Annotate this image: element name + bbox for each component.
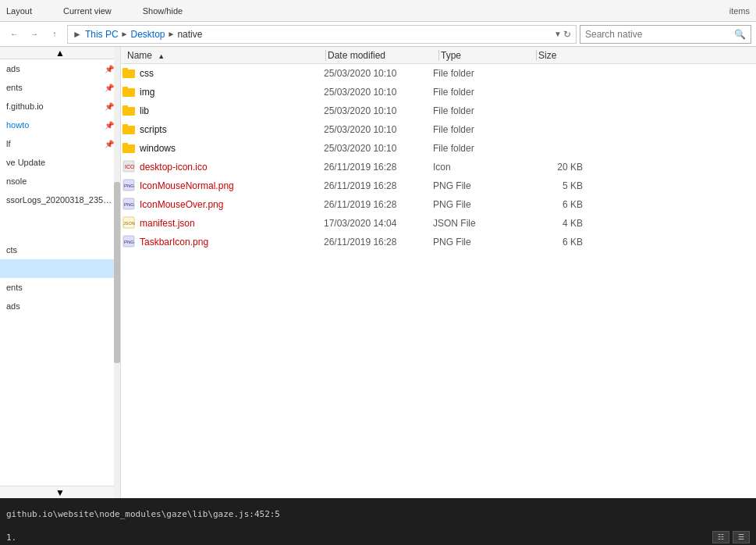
file-row-taskbar-icon[interactable]: PNG TaskbarIcon.png 26/11/2019 16:28 PNG… [121,233,756,251]
sidebar-item-label-3: howto [6,120,105,130]
breadcrumb-dropdown-btn[interactable]: ▼ [554,29,562,40]
sidebar-item-5[interactable]: ve Update [0,153,120,172]
file-list-header: Name ▲ Date modified Type Size [121,47,756,64]
folder-icon-lib [121,105,137,118]
ribbon-current-view-label: Current view [63,6,112,16]
file-size-icon-mouse-over: 6 KB [527,199,589,210]
svg-rect-5 [122,105,128,109]
ribbon-layout-label: Layout [6,6,32,16]
png-file-icon-2: PNG [121,198,137,212]
file-type-manifest: JSON File [433,218,527,229]
search-input[interactable] [585,29,734,40]
file-row-icon-mouse-normal[interactable]: PNG IconMouseNormal.png 26/11/2019 16:28… [121,176,756,195]
col-header-date[interactable]: Date modified [328,50,437,61]
sidebar-item-label-11: ents [6,283,114,292]
file-row-windows[interactable]: windows 25/03/2020 10:10 File folder [121,139,756,158]
sidebar-item-6[interactable]: nsole [0,172,120,191]
file-date-lib: 25/03/2020 10:10 [324,105,433,116]
sidebar-scroll-up[interactable]: ▲ [0,47,120,59]
file-row-img[interactable]: img 25/03/2020 10:10 File folder [121,83,756,102]
file-name-windows: windows [137,143,324,154]
sidebar-item-3[interactable]: howto 📌 [0,116,120,134]
sidebar-item-11[interactable]: ents [0,278,120,297]
file-name-css: css [137,68,324,79]
ribbon-layout: Layout [6,6,32,16]
pin-icon-2: 📌 [105,102,114,111]
list-view-button[interactable]: ☰ [733,531,750,543]
svg-rect-1 [122,68,128,71]
sidebar-scroll-down[interactable]: ▼ [0,486,120,498]
file-row-desktop-icon[interactable]: ICO desktop-icon.ico 26/11/2019 16:28 Ic… [121,158,756,176]
file-name-icon-mouse-over: IconMouseOver.png [137,199,324,210]
col-divider-1 [325,50,326,61]
sidebar-item-label-0: ads [6,64,105,73]
search-icon[interactable]: 🔍 [734,29,746,40]
col-header-size[interactable]: Size [538,50,601,61]
file-date-taskbar-icon: 26/11/2019 16:28 [324,237,433,248]
breadcrumb-desktop[interactable]: Desktop [130,29,165,40]
up-button[interactable]: ↑ [45,25,64,44]
file-name-desktop-icon: desktop-icon.ico [137,162,324,173]
sidebar-item-10[interactable] [0,259,120,278]
sidebar-item-label-4: lf [6,139,105,148]
breadcrumb-this-pc[interactable]: This PC [85,29,119,40]
sidebar: ▲ ads 📌 ents 📌 f.github.io 📌 howto 📌 lf … [0,47,121,498]
file-name-lib: lib [137,105,324,116]
sidebar-item-9[interactable]: cts [0,240,120,259]
nav-buttons: ← → ↑ [5,25,64,44]
file-type-icon-mouse-normal: PNG File [433,180,527,191]
address-bar: ← → ↑ ► This PC ► Desktop ► native ▼ ↻ 🔍 [0,22,756,47]
col-header-type[interactable]: Type [441,50,534,61]
back-button[interactable]: ← [5,25,23,44]
file-type-taskbar-icon: PNG File [433,237,527,248]
file-date-desktop-icon: 26/11/2019 16:28 [324,162,433,173]
sidebar-item-0[interactable]: ads 📌 [0,59,120,78]
col-header-name[interactable]: Name ▲ [121,50,324,61]
pin-icon-1: 📌 [105,84,114,92]
file-name-taskbar-icon: TaskbarIcon.png [137,237,324,248]
ribbon-show-hide: Show/hide [143,6,183,16]
grid-view-button[interactable]: ☷ [712,531,729,543]
sidebar-item-8 [0,209,120,240]
breadcrumb-bar: ► This PC ► Desktop ► native ▼ ↻ [67,25,577,44]
col-divider-2 [438,50,439,61]
file-date-icon-mouse-over: 26/11/2019 16:28 [324,199,433,210]
folder-icon-windows [121,142,137,155]
svg-text:PNG: PNG [124,240,134,244]
file-row-icon-mouse-over[interactable]: PNG IconMouseOver.png 26/11/2019 16:28 P… [121,195,756,214]
file-date-icon-mouse-normal: 26/11/2019 16:28 [324,180,433,191]
pin-icon-0: 📌 [105,65,114,73]
file-row-lib[interactable]: lib 25/03/2020 10:10 File folder [121,102,756,120]
forward-button[interactable]: → [25,25,44,44]
refresh-button[interactable]: ↻ [563,29,571,40]
status-bar-line: 1. ☷ ☰ [0,529,756,545]
sidebar-item-label-1: ents [6,83,105,92]
file-date-img: 25/03/2020 10:10 [324,87,433,98]
file-type-desktop-icon: Icon [433,162,527,173]
sidebar-item-12[interactable]: ads [0,297,120,315]
file-type-scripts: File folder [433,124,527,135]
file-list: Name ▲ Date modified Type Size [121,47,756,498]
sidebar-item-1[interactable]: ents 📌 [0,78,120,97]
file-size-icon-mouse-normal: 5 KB [527,180,589,191]
sidebar-scrollbar[interactable] [114,47,120,498]
pin-icon-3: 📌 [105,121,114,130]
folder-icon-scripts [121,123,137,137]
sidebar-item-7[interactable]: ssorLogs_20200318_235037 [0,191,120,209]
svg-text:PNG: PNG [124,183,134,188]
sidebar-item-4[interactable]: lf 📌 [0,134,120,153]
png-file-icon-1: PNG [121,179,137,194]
svg-rect-9 [122,143,128,146]
file-row-manifest[interactable]: JSON manifest.json 17/03/2020 14:04 JSON… [121,214,756,233]
sidebar-item-2[interactable]: f.github.io 📌 [0,97,120,116]
col-divider-3 [536,50,537,61]
pin-icon-4: 📌 [105,140,114,148]
sidebar-item-label-7: ssorLogs_20200318_235037 [6,195,114,205]
file-row-css[interactable]: css 25/03/2020 10:10 File folder [121,64,756,83]
search-box: 🔍 [580,25,751,44]
file-row-scripts[interactable]: scripts 25/03/2020 10:10 File folder [121,120,756,139]
ico-file-icon: ICO [121,160,137,175]
svg-text:JSON: JSON [123,221,135,226]
sidebar-scrollbar-thumb[interactable] [114,182,120,362]
file-name-img: img [137,87,324,98]
